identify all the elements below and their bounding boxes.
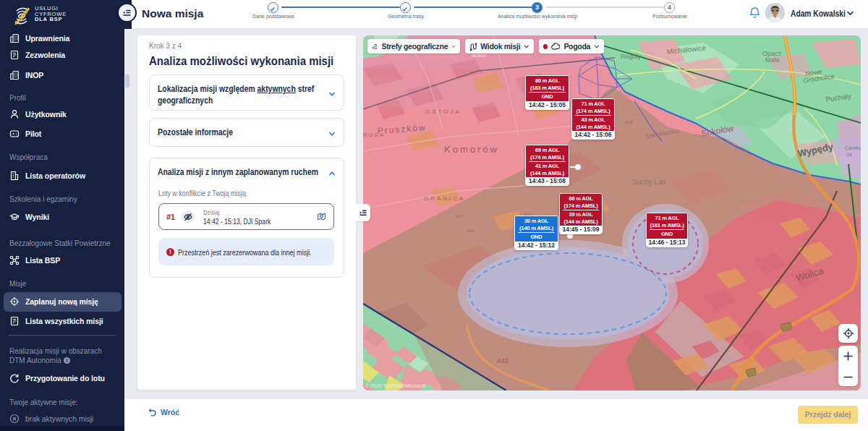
svg-text:A31: A31	[467, 229, 475, 233]
svg-text:A39: A39	[625, 120, 633, 124]
svg-text:GRANICA: GRANICA	[424, 195, 465, 202]
svg-text:Suchy Las: Suchy Las	[632, 178, 666, 186]
svg-text:Ja: Ja	[846, 152, 852, 157]
svg-text:i: i	[67, 358, 68, 363]
svg-text:RUSA: RUSA	[363, 132, 385, 138]
svg-text:© 2024 TomTom, Microsoft: © 2024 TomTom, Microsoft	[365, 383, 425, 388]
svg-text:OpaczMała: OpaczMała	[762, 50, 782, 64]
svg-text:A42: A42	[497, 357, 509, 364]
svg-text:WORKI: WORKI	[472, 54, 487, 58]
svg-text:Komorów: Komorów	[444, 144, 499, 155]
svg-text:Reguły: Reguły	[621, 53, 642, 60]
svg-text:Centru: Centru	[845, 145, 861, 151]
svg-text:OSTOJA: OSTOJA	[425, 108, 461, 115]
svg-text:A31: A31	[456, 214, 464, 218]
